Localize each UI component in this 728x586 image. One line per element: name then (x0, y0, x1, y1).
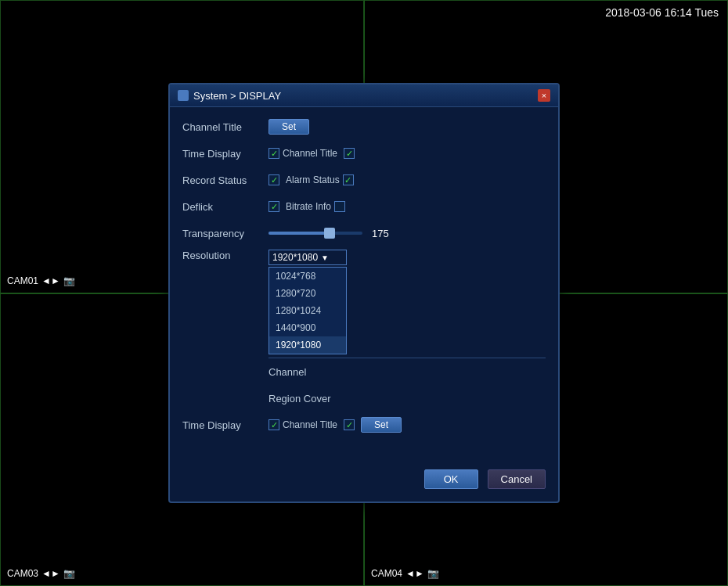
resolution-select[interactable]: 1920*1080 ▼ (268, 250, 347, 265)
resolution-option-2[interactable]: 1280*720 (269, 285, 346, 302)
deflick-label: Deflick (182, 201, 268, 213)
record-status-row: Record Status Alarm Status (182, 170, 546, 190)
channel-title-set-button[interactable]: Set (268, 119, 309, 135)
resolution-option-1[interactable]: 1024*768 (269, 268, 346, 285)
time-display-label: Time Display (182, 148, 268, 160)
resolution-dropdown-container: 1920*1080 ▼ 1024*768 1280*720 1280*1024 … (268, 250, 347, 354)
transparency-row: Transparency 175 (182, 223, 546, 243)
dialog-footer: OK Cancel (170, 457, 558, 502)
resolution-selected-value: 1920*1080 (272, 252, 318, 263)
resolution-option-3[interactable]: 1280*1024 (269, 302, 346, 319)
transparency-slider-thumb[interactable] (324, 228, 335, 239)
dialog-title-text: System > DISPLAY (193, 90, 281, 102)
record-status-label: Record Status (182, 174, 268, 186)
resolution-option-5[interactable]: 1920*1080 (269, 336, 346, 354)
time-display2-cb-wrap: Channel Title (268, 419, 337, 430)
region-cover-row: Region Cover (268, 388, 546, 408)
record-status-checkbox1[interactable] (268, 174, 279, 185)
dialog-title-wrap: System > DISPLAY (178, 90, 281, 102)
channel-title-controls: Set (268, 119, 309, 135)
resolution-label: Resolution (182, 250, 268, 261)
display-dialog: System > DISPLAY × Channel Title Set Tim… (168, 83, 560, 503)
deflick-cb2-label: Bitrate Info (286, 201, 331, 212)
channel-title-row: Channel Title Set (182, 117, 546, 137)
transparency-label: Transparency (182, 228, 268, 239)
record-status-controls: Alarm Status (268, 174, 354, 185)
below-dropdown-area: Channel Region Cover (268, 358, 546, 408)
channel-row: Channel (268, 361, 546, 382)
divider-1 (268, 358, 546, 358)
region-cover-label: Region Cover (268, 393, 355, 404)
record-status-cb2-label: Alarm Status (286, 174, 340, 185)
dropdown-arrow-icon: ▼ (321, 253, 329, 262)
transparency-controls: 175 (268, 228, 389, 239)
ok-button[interactable]: OK (424, 469, 478, 489)
record-status-checkbox2[interactable] (343, 174, 354, 185)
transparency-slider-fill (268, 232, 330, 235)
dialog-content: Channel Title Set Time Display Channel T… (170, 107, 558, 451)
time-display-row: Time Display Channel Title (182, 143, 546, 164)
resolution-dropdown-list: 1024*768 1280*720 1280*1024 1440*900 192… (268, 267, 347, 354)
transparency-slider-wrap: 175 (268, 228, 389, 239)
record-status-cb2-wrap: Alarm Status (286, 174, 354, 185)
deflick-checkbox2[interactable] (334, 201, 345, 212)
deflick-row: Deflick Bitrate Info (182, 196, 546, 217)
deflick-checkbox1[interactable] (268, 201, 279, 212)
time-display2-checkbox[interactable] (268, 419, 279, 430)
channel-label: Channel (268, 366, 355, 378)
close-button[interactable]: × (538, 89, 550, 102)
dialog-overlay: System > DISPLAY × Channel Title Set Tim… (0, 0, 728, 586)
time-display2-cb-label: Channel Title (283, 419, 337, 430)
time-display-cb1-wrap: Channel Title (268, 148, 337, 159)
channel-title-label: Channel Title (182, 121, 268, 133)
resolution-row: Resolution 1920*1080 ▼ 1024*768 1280*720… (182, 250, 546, 354)
deflick-cb2-wrap: Bitrate Info (286, 201, 345, 212)
transparency-slider-track[interactable] (268, 232, 362, 235)
time-display2-controls: Channel Title Set (268, 417, 402, 433)
time-display2-label: Time Display (182, 419, 268, 431)
dialog-titlebar: System > DISPLAY × (170, 84, 558, 107)
time-display2-row: Time Display Channel Title Set (182, 415, 546, 435)
title-icon (178, 90, 189, 101)
time-display2-set-button[interactable]: Set (361, 417, 402, 433)
time-display-cb1-label: Channel Title (283, 148, 337, 159)
resolution-option-4[interactable]: 1440*900 (269, 319, 346, 336)
time-display-checkbox2[interactable] (344, 148, 355, 159)
deflick-controls: Bitrate Info (268, 201, 345, 212)
transparency-value: 175 (372, 228, 389, 239)
time-display-checkbox1[interactable] (268, 148, 279, 159)
time-display-controls: Channel Title (268, 148, 355, 159)
cancel-button[interactable]: Cancel (488, 469, 546, 489)
time-display2-checkbox2[interactable] (344, 419, 355, 430)
